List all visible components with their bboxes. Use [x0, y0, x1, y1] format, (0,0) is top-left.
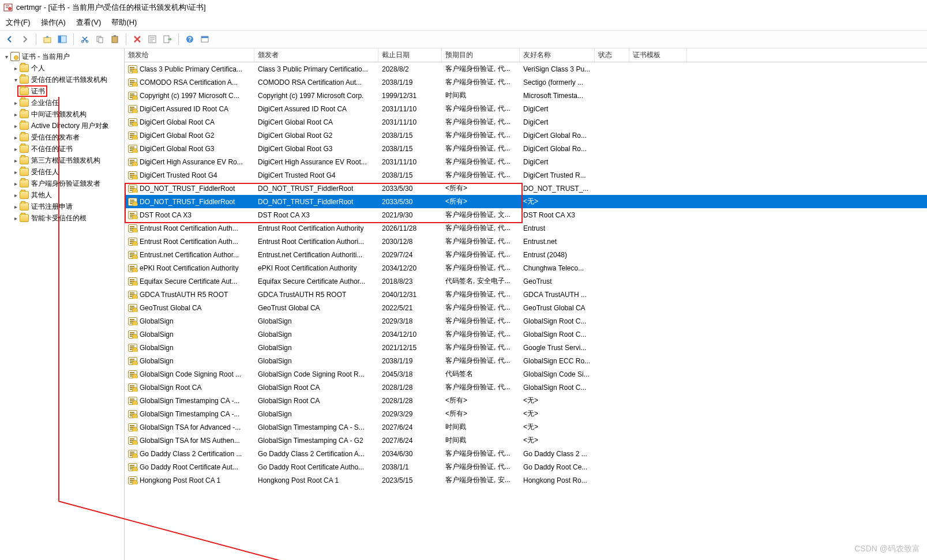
- tree-item[interactable]: ▸智能卡受信任的根: [0, 212, 124, 224]
- tree-item[interactable]: ▸客户端身份验证颁发者: [0, 178, 124, 189]
- table-row[interactable]: GlobalSignGlobalSign2021/12/15客户端身份验证, 代…: [125, 341, 927, 354]
- tree-twisty[interactable]: ▸: [12, 192, 20, 198]
- menu-help[interactable]: 帮助(H): [111, 17, 137, 28]
- cell: Entrust.net Certification Author...: [125, 251, 254, 259]
- table-row[interactable]: Go Daddy Root Certificate Aut...Go Daddy…: [125, 460, 927, 473]
- tree-twisty[interactable]: ▸: [12, 65, 20, 72]
- tree-item[interactable]: ▾证书 - 当前用户: [0, 51, 124, 62]
- copy-button[interactable]: [93, 33, 106, 46]
- tree-twisty[interactable]: ▸: [12, 100, 20, 106]
- tree-twisty[interactable]: ▸: [12, 123, 20, 129]
- tree-item[interactable]: ▸第三方根证书颁发机构: [0, 155, 124, 166]
- cell: <无>: [520, 396, 595, 405]
- tree-item-selected[interactable]: 证书: [17, 85, 47, 97]
- tree-item[interactable]: ▸其他人: [0, 189, 124, 201]
- table-row[interactable]: Equifax Secure Certificate Aut...Equifax…: [125, 275, 927, 288]
- tree-twisty[interactable]: ▸: [12, 146, 20, 152]
- cell: DigiCert Trusted Root G4: [125, 171, 254, 179]
- table-row[interactable]: COMODO RSA Certification A...COMODO RSA …: [125, 76, 927, 89]
- folder-icon: [20, 214, 29, 222]
- table-row[interactable]: DST Root CA X3DST Root CA X32021/9/30客户端…: [125, 208, 927, 221]
- options-button[interactable]: [198, 33, 211, 46]
- cell: DigiCert Global Root G2: [254, 131, 378, 140]
- cut-button[interactable]: [78, 33, 91, 46]
- table-row[interactable]: GlobalSign Timestamping CA -...GlobalSig…: [125, 394, 927, 407]
- tree-item[interactable]: ▸不信任的证书: [0, 143, 124, 155]
- table-row[interactable]: DigiCert Assured ID Root CADigiCert Assu…: [125, 102, 927, 115]
- menu-file[interactable]: 文件(F): [6, 17, 31, 28]
- tree-twisty[interactable]: ▸: [12, 157, 20, 164]
- table-row[interactable]: DigiCert High Assurance EV Ro...DigiCert…: [125, 155, 927, 168]
- cell: DigiCert: [520, 158, 595, 166]
- table-row[interactable]: ePKI Root Certification AuthorityePKI Ro…: [125, 261, 927, 275]
- cell: 2038/1/1: [378, 463, 442, 471]
- table-row[interactable]: DigiCert Trusted Root G4DigiCert Trusted…: [125, 168, 927, 182]
- table-row[interactable]: Hongkong Post Root CA 1Hongkong Post Roo…: [125, 473, 927, 487]
- table-row[interactable]: Copyright (c) 1997 Microsoft C...Copyrig…: [125, 89, 927, 102]
- table-row[interactable]: Go Daddy Class 2 Certification ...Go Dad…: [125, 447, 927, 460]
- list-panel[interactable]: 颁发给 颁发者 截止日期 预期目的 友好名称 状态 证书模板 Class 3 P…: [125, 48, 927, 560]
- table-row[interactable]: GlobalSignGlobalSign2034/12/10客户端身份验证, 代…: [125, 328, 927, 341]
- tree-item[interactable]: ▸Active Directory 用户对象: [0, 120, 124, 131]
- tree-item-label: 不信任的证书: [31, 144, 73, 154]
- tree-twisty[interactable]: ▸: [12, 111, 20, 118]
- tree-item[interactable]: ▸证书注册申请: [0, 201, 124, 212]
- table-row[interactable]: Entrust Root Certification Auth...Entrus…: [125, 235, 927, 248]
- table-row[interactable]: GlobalSign Root CAGlobalSign Root CA2028…: [125, 381, 927, 394]
- table-row[interactable]: GlobalSign Timestamping CA -...GlobalSig…: [125, 407, 927, 420]
- tree-item[interactable]: ▸受信任人: [0, 166, 124, 178]
- table-row[interactable]: GlobalSign TSA for Advanced -...GlobalSi…: [125, 420, 927, 434]
- table-row[interactable]: Class 3 Public Primary Certifica...Class…: [125, 62, 927, 76]
- show-hide-tree-button[interactable]: [56, 33, 69, 46]
- col-friendly[interactable]: 友好名称: [520, 48, 595, 62]
- menu-view[interactable]: 查看(V): [76, 17, 101, 28]
- tree-twisty[interactable]: ▾: [12, 77, 20, 83]
- tree-item[interactable]: ▸中间证书颁发机构: [0, 108, 124, 120]
- col-purpose[interactable]: 预期目的: [442, 48, 520, 62]
- table-row[interactable]: GlobalSign Code Signing Root ...GlobalSi…: [125, 367, 927, 381]
- properties-button[interactable]: [146, 33, 159, 46]
- col-template[interactable]: 证书模板: [629, 48, 687, 62]
- cell: GlobalSign: [254, 357, 378, 365]
- nav-back-button[interactable]: [3, 33, 16, 46]
- col-issued-to[interactable]: 颁发给: [125, 48, 254, 62]
- table-row[interactable]: DigiCert Global Root G3DigiCert Global R…: [125, 142, 927, 155]
- tree-twisty[interactable]: ▸: [12, 215, 20, 221]
- table-row[interactable]: GlobalSignGlobalSign2038/1/19客户端身份验证, 代.…: [125, 354, 927, 367]
- export-button[interactable]: [161, 33, 174, 46]
- tree-twisty[interactable]: ▸: [12, 204, 20, 210]
- col-issued-by[interactable]: 颁发者: [254, 48, 378, 62]
- cell: 客户端身份验证, 代...: [442, 144, 520, 153]
- nav-forward-button[interactable]: [18, 33, 31, 46]
- table-row[interactable]: Entrust.net Certification Author...Entru…: [125, 248, 927, 261]
- col-status[interactable]: 状态: [595, 48, 629, 62]
- tree-item[interactable]: ▸受信任的发布者: [0, 131, 124, 143]
- tree-twisty[interactable]: ▸: [12, 134, 20, 141]
- table-row[interactable]: DO_NOT_TRUST_FiddlerRootDO_NOT_TRUST_Fid…: [125, 195, 927, 208]
- table-row[interactable]: Entrust Root Certification Auth...Entrus…: [125, 221, 927, 235]
- table-row[interactable]: GeoTrust Global CAGeoTrust Global CA2022…: [125, 301, 927, 314]
- table-row[interactable]: DO_NOT_TRUST_FiddlerRootDO_NOT_TRUST_Fid…: [125, 182, 927, 195]
- table-row[interactable]: GlobalSign TSA for MS Authen...GlobalSig…: [125, 434, 927, 447]
- tree-panel[interactable]: ▾证书 - 当前用户▸个人▾受信任的根证书颁发机构证书▸企业信任▸中间证书颁发机…: [0, 48, 125, 560]
- paste-button[interactable]: [108, 33, 121, 46]
- tree-item[interactable]: ▾受信任的根证书颁发机构: [0, 74, 124, 85]
- menu-action[interactable]: 操作(A): [41, 17, 66, 28]
- table-row[interactable]: DigiCert Global Root CADigiCert Global R…: [125, 115, 927, 129]
- cell: GlobalSign: [125, 344, 254, 352]
- tree-twisty[interactable]: ▸: [12, 181, 20, 187]
- help-button[interactable]: ?: [183, 33, 196, 46]
- delete-button[interactable]: [131, 33, 144, 46]
- table-row[interactable]: DigiCert Global Root G2DigiCert Global R…: [125, 129, 927, 142]
- col-expiry[interactable]: 截止日期: [378, 48, 442, 62]
- cell-text: GlobalSign: [140, 357, 174, 365]
- cell: <所有>: [442, 183, 520, 193]
- table-row[interactable]: GlobalSignGlobalSign2029/3/18客户端身份验证, 代.…: [125, 314, 927, 328]
- cell: 2038/1/15: [378, 171, 442, 179]
- table-row[interactable]: GDCA TrustAUTH R5 ROOTGDCA TrustAUTH R5 …: [125, 288, 927, 301]
- tree-twisty[interactable]: ▾: [2, 54, 10, 60]
- tree-item[interactable]: ▸企业信任: [0, 97, 124, 108]
- tree-item[interactable]: ▸个人: [0, 62, 124, 74]
- up-button[interactable]: [41, 33, 54, 46]
- tree-twisty[interactable]: ▸: [12, 169, 20, 175]
